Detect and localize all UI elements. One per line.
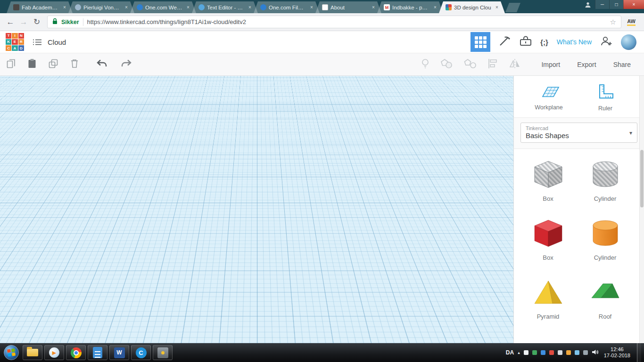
dashboard-grid-button[interactable] [471,32,490,52]
codeblocks-icon[interactable]: {;} [540,38,548,46]
perspective-toggle-button[interactable]: ◇ [4,208,17,220]
taskbar-explorer-button[interactable] [23,345,42,360]
tab-text-editor[interactable]: Text Editor - On × [192,1,258,13]
export-button[interactable]: Export [577,61,596,68]
tray-expand-icon[interactable]: ▴ [518,350,520,355]
close-window-button[interactable]: × [623,0,644,9]
shape-pyramid[interactable]: Pyramid [531,277,566,320]
tab-close-icon[interactable]: × [185,4,191,11]
tab-close-icon[interactable]: × [123,4,130,11]
share-button[interactable]: Share [613,61,631,68]
delete-icon[interactable] [70,58,79,70]
bookmark-star-icon[interactable]: ☆ [610,18,616,26]
whats-new-link[interactable]: What's New [557,38,592,46]
tab-onecom-webhotel[interactable]: One.com Webh × [130,1,196,13]
extension-button[interactable]: AW [627,18,636,26]
taskbar-clock[interactable]: 12:46 17-02-2018 [604,346,630,359]
tab-close-icon[interactable]: × [61,4,68,11]
shape-cylinder[interactable]: Cylinder [588,218,623,261]
edit-grid-button[interactable]: Edit Grid [475,311,509,321]
tab-label: Pierluigi Vona@ [83,5,121,10]
tray-app-icon[interactable] [524,350,528,355]
tray-app-icon[interactable] [583,350,588,355]
tab-close-icon[interactable]: × [494,4,500,11]
tab-close-icon[interactable]: × [370,4,377,11]
zoom-in-button[interactable]: + [4,168,17,181]
zoom-out-button[interactable]: − [4,188,17,200]
design-title[interactable]: Cloud [48,38,66,46]
toolbox-icon[interactable] [520,36,532,48]
category-dropdown-wrap: Tinkercad Basic Shapes ▾ [514,118,644,149]
scrollbar-thumb[interactable] [640,150,644,207]
url-text[interactable]: https://www.tinkercad.com/things/lign8T1… [87,18,606,25]
shape-category-dropdown[interactable]: Tinkercad Basic Shapes ▾ [520,123,637,143]
forward-button[interactable]: → [17,16,30,29]
tray-app-icon[interactable] [532,350,537,355]
taskbar-utility-button[interactable] [153,345,173,360]
tray-app-icon[interactable] [549,350,554,355]
text-editor-favicon [198,4,205,10]
clipboard-tools [7,58,79,70]
tab-about[interactable]: About × [315,1,381,13]
paste-icon[interactable] [28,58,36,70]
panel-collapse-handle[interactable]: › [510,204,512,214]
align-icon[interactable] [487,58,498,71]
address-bar[interactable]: Sikker https://www.tinkercad.com/things/… [47,16,621,28]
tray-app-icon[interactable] [575,350,579,355]
taskbar-media-player-button[interactable]: ▶ [44,345,64,360]
mirror-icon[interactable] [509,58,520,71]
ungroup-icon[interactable] [464,58,476,71]
back-button[interactable]: ← [4,16,17,29]
fit-view-button[interactable]: ↻ [4,148,17,161]
copy-icon[interactable] [7,59,16,70]
view-cube[interactable]: TOP FRONT [12,83,53,124]
cloud-model[interactable] [0,76,513,343]
ruler-tool[interactable]: Ruler [577,83,634,112]
tab-gmail-inbox[interactable]: M Indbakke - pete × [377,1,443,13]
tray-app-icon[interactable] [566,350,571,355]
redo-icon[interactable] [121,59,132,69]
language-indicator[interactable]: DA [506,349,514,356]
show-desktop-button[interactable] [637,343,641,362]
design-menu-icon[interactable] [33,39,42,46]
taskbar-word-button[interactable]: W [109,345,129,360]
browser-profile-icon[interactable] [581,0,595,9]
snap-grid-select[interactable]: 1.0 mm ▾ [475,328,509,337]
panel-scrollbar[interactable] [639,76,644,343]
maximize-button[interactable]: □ [609,0,623,9]
refresh-button[interactable]: ↻ [30,16,43,29]
shape-box[interactable]: Box [531,218,566,261]
tray-app-icon[interactable] [558,350,562,355]
start-button[interactable] [2,343,21,362]
import-button[interactable]: Import [541,61,560,68]
duplicate-icon[interactable] [49,59,58,70]
tab-close-icon[interactable]: × [432,4,438,11]
taskbar-cura-button[interactable]: C [131,345,151,360]
shape-roof[interactable]: Roof [588,277,623,320]
invite-person-icon[interactable] [600,35,612,49]
group-icon[interactable] [440,58,453,71]
tab-close-icon[interactable]: × [308,4,315,11]
lightbulb-icon[interactable] [421,58,429,71]
volume-icon[interactable] [592,348,598,357]
tinkercad-logo[interactable]: TIN KER CAD [6,33,24,51]
user-avatar[interactable] [621,34,636,50]
tab-onecom-files[interactable]: One.com File M × [254,1,320,13]
undo-icon[interactable] [96,59,107,69]
new-tab-button[interactable] [505,3,520,12]
home-view-button[interactable]: ⌂ [4,129,17,141]
tab-fab-academy[interactable]: Fab Academy 2 × [7,1,73,13]
minecraft-pickaxe-icon[interactable] [499,35,511,49]
taskbar-text-editor-button[interactable] [88,345,107,360]
tab-tinkercad-active[interactable]: 3D design Clou × [439,1,505,13]
minimize-button[interactable]: ─ [595,0,609,9]
3d-viewport[interactable]: TOP FRONT ⌂ ↻ + − ◇ Edit Grid Snap Grid … [0,76,513,343]
taskbar-chrome-button[interactable] [66,345,86,360]
shape-cylinder-hole[interactable]: Cylinder [588,159,623,202]
tab-pierluigi[interactable]: Pierluigi Vona@ × [68,1,134,13]
shape-box-hole[interactable]: Box [531,159,566,202]
tray-app-icon[interactable] [541,350,545,355]
tab-close-icon[interactable]: × [247,4,253,11]
extension-label: AW [627,18,636,24]
workplane-tool[interactable]: Workplane [520,83,577,112]
